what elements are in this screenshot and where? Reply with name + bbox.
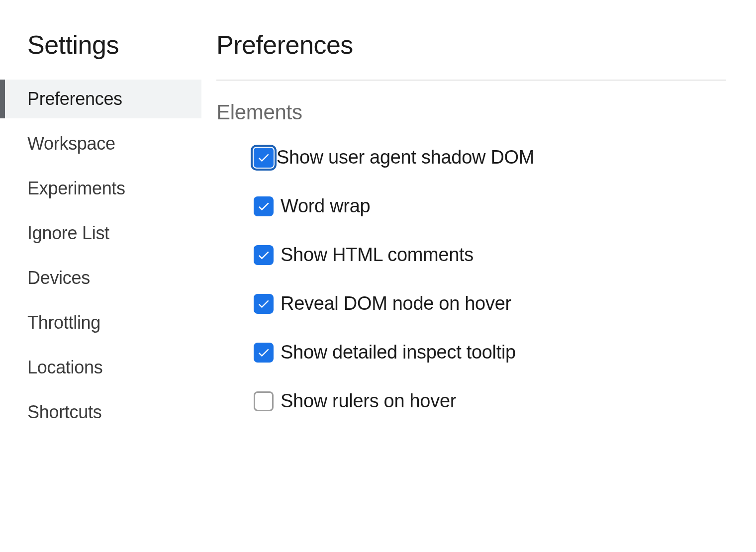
sidebar-item-throttling[interactable]: Throttling xyxy=(0,303,201,342)
sidebar-item-shortcuts[interactable]: Shortcuts xyxy=(0,393,201,432)
checkbox-show-rulers-on-hover[interactable] xyxy=(254,391,274,411)
sidebar-item-preferences[interactable]: Preferences xyxy=(0,80,201,118)
sidebar-item-label: Workspace xyxy=(27,133,115,154)
option-reveal-dom-node-on-hover[interactable]: Reveal DOM node on hover xyxy=(216,293,726,314)
sidebar-item-workspace[interactable]: Workspace xyxy=(0,124,201,163)
checkbox-word-wrap[interactable] xyxy=(254,196,274,216)
sidebar-item-locations[interactable]: Locations xyxy=(0,348,201,387)
checkbox-reveal-dom-node-on-hover[interactable] xyxy=(254,294,274,314)
sidebar-item-label: Preferences xyxy=(27,89,122,109)
option-show-detailed-inspect-tooltip[interactable]: Show detailed inspect tooltip xyxy=(216,342,726,363)
sidebar-item-ignore-list[interactable]: Ignore List xyxy=(0,214,201,253)
checkbox-show-user-agent-shadow-dom[interactable] xyxy=(254,148,274,168)
option-label: Show HTML comments xyxy=(281,244,473,266)
option-show-rulers-on-hover[interactable]: Show rulers on hover xyxy=(216,390,726,412)
check-icon xyxy=(257,297,271,311)
option-label: Reveal DOM node on hover xyxy=(281,293,511,314)
option-label: Word wrap xyxy=(281,195,370,217)
option-word-wrap[interactable]: Word wrap xyxy=(216,195,726,217)
option-label: Show detailed inspect tooltip xyxy=(281,342,516,363)
checkbox-show-detailed-inspect-tooltip[interactable] xyxy=(254,343,274,363)
check-icon xyxy=(257,346,271,360)
sidebar-item-devices[interactable]: Devices xyxy=(0,259,201,297)
check-icon xyxy=(257,199,271,213)
main-title: Preferences xyxy=(216,30,726,80)
sidebar-item-label: Locations xyxy=(27,357,102,377)
divider xyxy=(216,80,726,81)
checkbox-show-html-comments[interactable] xyxy=(254,245,274,265)
sidebar-item-label: Experiments xyxy=(27,178,125,198)
sidebar-item-label: Ignore List xyxy=(27,223,109,243)
sidebar-item-label: Devices xyxy=(27,268,90,288)
option-show-user-agent-shadow-dom[interactable]: Show user agent shadow DOM xyxy=(216,147,726,168)
sidebar-item-label: Throttling xyxy=(27,312,100,333)
option-label: Show user agent shadow DOM xyxy=(277,147,534,168)
main-panel: Preferences Elements Show user agent sha… xyxy=(201,0,756,552)
sidebar-item-label: Shortcuts xyxy=(27,402,101,422)
option-label: Show rulers on hover xyxy=(281,390,456,412)
sidebar-title: Settings xyxy=(0,30,201,80)
sidebar-item-experiments[interactable]: Experiments xyxy=(0,169,201,208)
check-icon xyxy=(257,248,271,262)
option-show-html-comments[interactable]: Show HTML comments xyxy=(216,244,726,266)
section-header-elements: Elements xyxy=(216,100,726,124)
check-icon xyxy=(257,151,271,165)
settings-sidebar: Settings Preferences Workspace Experimen… xyxy=(0,0,201,552)
